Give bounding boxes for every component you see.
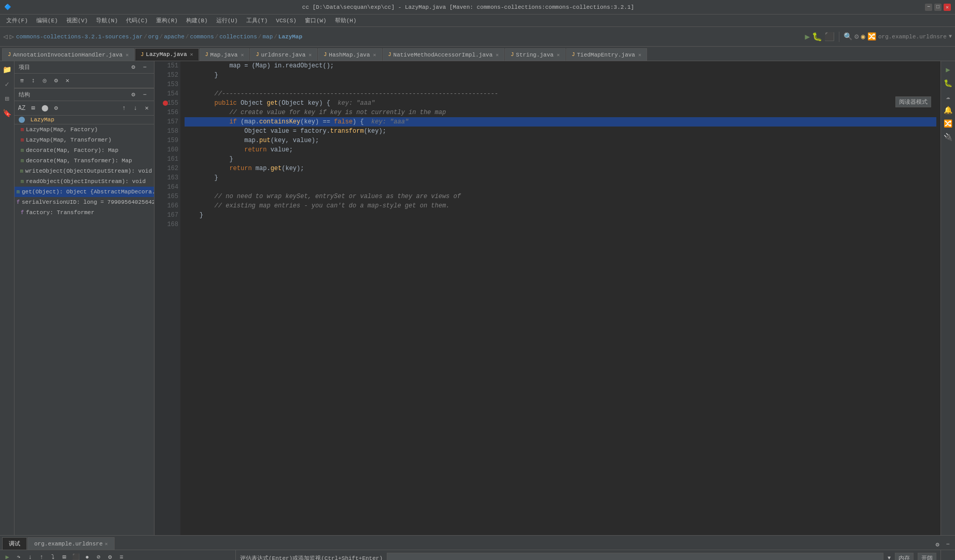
menu-run[interactable]: 运行(U) — [212, 16, 242, 25]
menu-navigate[interactable]: 导航(N) — [92, 16, 122, 25]
project-settings-icon[interactable]: ⚙ — [128, 62, 138, 73]
menu-build[interactable]: 构建(B) — [182, 16, 212, 25]
settings-icon[interactable]: ⚙ — [51, 76, 61, 86]
toolbar-settings-icon[interactable]: ⚙ — [854, 32, 859, 41]
sidebar-git-icon[interactable]: 🔀 — [942, 117, 954, 130]
struct-item-serialuid[interactable]: f serialVersionUID: long = 7990956402564… — [15, 197, 154, 207]
tab-lazymap[interactable]: J LazyMap.java ✕ — [135, 48, 199, 61]
eval-input[interactable] — [387, 553, 883, 561]
breadcrumb-collections[interactable]: collections — [219, 34, 257, 40]
toolbar-run-icon[interactable]: ▶ — [805, 32, 810, 42]
menu-refactor[interactable]: 重构(R) — [152, 16, 182, 25]
minimize-button[interactable]: − — [925, 4, 932, 11]
debug-stop-icon[interactable]: ⬛ — [71, 552, 81, 561]
tab-close-icon[interactable]: ✕ — [638, 52, 641, 58]
tab-string[interactable]: J String.java ✕ — [505, 48, 566, 61]
toolbar-git-icon[interactable]: 🔀 — [867, 32, 876, 41]
project-icon[interactable]: 📁 — [1, 63, 13, 76]
close-button[interactable]: ✕ — [944, 4, 951, 11]
menu-vcs[interactable]: VCS(S) — [272, 17, 301, 25]
toolbar-debug-icon[interactable]: 🐛 — [812, 32, 822, 42]
debug-step-over-icon[interactable]: ↷ — [13, 552, 24, 561]
tab-close-icon[interactable]: ✕ — [125, 52, 129, 58]
toolbar-stop-icon[interactable]: ⬛ — [824, 32, 835, 42]
debug-evaluate-icon[interactable]: ⊞ — [59, 552, 69, 561]
menu-tools[interactable]: 工具(T) — [242, 16, 272, 25]
menu-view[interactable]: 视图(V) — [62, 16, 92, 25]
debug-settings-icon[interactable]: ⚙ — [105, 552, 115, 561]
tab-close-icon[interactable]: ✕ — [190, 51, 193, 58]
tab-annotation[interactable]: J AnnotationInvocationHandler.java ✕ — [2, 48, 134, 61]
tab-tiedmap[interactable]: J TiedMapEntry.java ✕ — [566, 48, 647, 61]
project-collapse-icon[interactable]: − — [139, 62, 150, 73]
struct-item-decorate2[interactable]: m decorate(Map, Transformer): Map — [15, 156, 154, 166]
menu-edit[interactable]: 编辑(E) — [32, 16, 62, 25]
breadcrumb-commons[interactable]: commons — [190, 34, 214, 40]
collapse-all-icon[interactable]: ⇈ — [17, 76, 27, 86]
memory-button[interactable]: 内存 — [895, 553, 914, 560]
locate-icon[interactable]: ◎ — [39, 76, 50, 86]
tab-close-icon[interactable]: ✕ — [241, 52, 244, 58]
structure-settings2-icon[interactable]: ⚙ — [51, 103, 61, 114]
struct-item-decorate1[interactable]: m decorate(Map, Factory): Map — [15, 145, 154, 156]
structure-settings-icon[interactable]: ⚙ — [128, 90, 138, 100]
tab-native[interactable]: J NativeMethodAccessorImpl.java ✕ — [383, 48, 504, 61]
structure-icon[interactable]: ⊞ — [1, 92, 13, 105]
toolbar-profile-icon[interactable]: ◉ — [861, 32, 865, 41]
debug-run-cursor-icon[interactable]: ⤵ — [48, 552, 58, 561]
breadcrumb-jar[interactable]: commons-collections-3.2.1-sources.jar — [16, 34, 143, 40]
debug-step-out-icon[interactable]: ↑ — [36, 552, 47, 561]
struct-nav-down-icon[interactable]: ↓ — [130, 103, 141, 114]
debug-viewbreakpts-icon[interactable]: ● — [82, 552, 92, 561]
menu-code[interactable]: 代码(C) — [122, 16, 152, 25]
structure-expand-icon[interactable]: ⬤ — [39, 103, 50, 114]
struct-item-read[interactable]: m readObject(ObjectInputStream): void — [15, 176, 154, 187]
breadcrumb-map[interactable]: map — [262, 34, 273, 40]
sidebar-run-icon[interactable]: ▶ — [942, 63, 954, 76]
tab-map[interactable]: J Map.java ✕ — [200, 48, 250, 61]
commit-icon[interactable]: ✓ — [1, 78, 13, 90]
breadcrumb-org[interactable]: org — [148, 34, 159, 40]
bottom-settings-icon[interactable]: ⚙ — [932, 539, 943, 550]
close-panel-icon[interactable]: ✕ — [62, 76, 73, 86]
menu-window[interactable]: 窗口(W) — [301, 16, 331, 25]
bottom-minimize-icon[interactable]: − — [943, 539, 953, 550]
open-button[interactable]: 开阔 — [918, 553, 936, 560]
struct-item-constructor2[interactable]: m LazyMap(Map, Transformer) — [15, 135, 154, 145]
struct-nav-up-icon[interactable]: ↑ — [119, 103, 129, 114]
struct-item-write[interactable]: m writeObject(ObjectOutputStream): void — [15, 166, 154, 176]
toolbar-back-icon[interactable]: ◁ — [3, 32, 7, 41]
tab-org-example[interactable]: org.example.urldnsre ✕ — [27, 537, 115, 550]
maximize-button[interactable]: □ — [934, 4, 942, 11]
struct-item-get[interactable]: m get(Object): Object {AbstractMapDecora… — [15, 187, 154, 197]
reader-mode-button[interactable]: 阅读器模式 — [895, 96, 931, 107]
expand-icon[interactable]: ↕ — [28, 76, 38, 86]
run-config-dropdown[interactable]: ▼ — [949, 34, 952, 39]
org-tab-close-icon[interactable]: ✕ — [105, 541, 108, 547]
tab-debug[interactable]: 调试 — [2, 537, 27, 550]
sidebar-debug2-icon[interactable]: 🐛 — [942, 77, 954, 89]
tab-close-icon[interactable]: ✕ — [373, 52, 376, 58]
menu-file[interactable]: 文件(F) — [2, 16, 32, 25]
struct-item-factory[interactable]: f factory: Transformer — [15, 207, 154, 218]
debug-more-icon[interactable]: ≡ — [116, 552, 127, 561]
sort-type-icon[interactable]: ⊞ — [28, 103, 38, 114]
breadcrumb-apache[interactable]: apache — [164, 34, 185, 40]
debug-resume-icon[interactable]: ▶ — [2, 552, 12, 561]
bookmark-icon[interactable]: 🔖 — [1, 107, 13, 119]
menu-help[interactable]: 帮助(H) — [331, 16, 361, 25]
sidebar-notifications-icon[interactable]: 🔔 — [942, 104, 954, 116]
tab-close-icon[interactable]: ✕ — [308, 52, 312, 58]
eval-dropdown-icon[interactable]: ▼ — [888, 555, 891, 560]
tab-urldnsre[interactable]: J urldnsre.java ✕ — [250, 48, 317, 61]
structure-collapse-icon[interactable]: − — [139, 90, 150, 100]
struct-item-constructor1[interactable]: m LazyMap(Map, Factory) — [15, 124, 154, 135]
tab-close-icon[interactable]: ✕ — [496, 52, 499, 58]
tab-hashmap[interactable]: J HashMap.java ✕ — [318, 48, 382, 61]
debug-step-into-icon[interactable]: ↓ — [25, 552, 35, 561]
sidebar-services-icon[interactable]: ☁ — [942, 90, 954, 103]
toolbar-search-icon[interactable]: 🔍 — [844, 32, 852, 41]
tab-close-icon[interactable]: ✕ — [557, 52, 560, 58]
struct-close-icon[interactable]: ✕ — [142, 103, 152, 114]
sort-alpha-icon[interactable]: AZ — [17, 103, 27, 114]
